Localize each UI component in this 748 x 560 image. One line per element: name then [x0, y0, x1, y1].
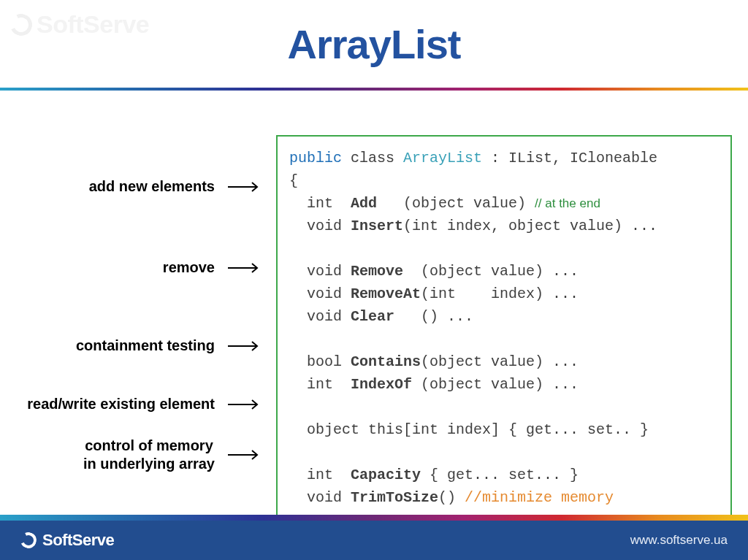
annotation-contain: containment testing — [0, 337, 263, 355]
code-text: void — [289, 263, 351, 280]
page-title: ArrayList — [0, 20, 748, 68]
annotation-remove: remove — [0, 258, 263, 277]
code-text: () ... — [394, 308, 473, 325]
code-method: RemoveAt — [351, 285, 421, 302]
code-text: : IList, ICloneable — [482, 150, 657, 166]
code-method: Insert — [351, 218, 403, 234]
code-method: Capacity — [351, 467, 421, 483]
code-method: IndexOf — [351, 376, 412, 393]
code-text: void — [289, 489, 351, 506]
annotation-memory-label: control of memory in underlying array — [83, 437, 215, 473]
code-text: (object value) ... — [412, 376, 579, 393]
footer-logo: SoftServe — [20, 531, 114, 550]
code-method: Clear — [351, 308, 394, 325]
code-comment: // at the end — [535, 196, 600, 210]
code-text: int — [289, 376, 351, 393]
code-text: (object value) ... — [403, 263, 579, 280]
code-text: class — [342, 150, 403, 166]
code-text: (int index, object value) ... — [403, 218, 657, 234]
arrow-icon — [228, 341, 263, 351]
annotation-memory-line2: in underlying array — [83, 456, 215, 472]
code-keyword: public — [289, 150, 342, 166]
code-box: public class ArrayList : IList, ICloneab… — [276, 135, 732, 560]
code-method: Contains — [351, 353, 421, 370]
code-text: int — [289, 195, 351, 212]
code-text: object this[int index] { get... set.. } — [289, 421, 649, 438]
annotation-readwrite-label: read/write existing element — [27, 395, 215, 413]
annotation-readwrite: read/write existing element — [0, 395, 263, 413]
arrow-icon — [228, 182, 263, 192]
code-typename: ArrayList — [403, 150, 482, 166]
code-text: (object value) — [377, 195, 535, 212]
footer-brand: SoftServe — [42, 531, 114, 550]
content-area: add new elements remove containment test… — [0, 120, 748, 498]
code-text: { — [289, 172, 298, 189]
footer-rainbow — [0, 515, 748, 521]
annotation-contain-label: containment testing — [76, 337, 215, 355]
logo-ring-icon — [18, 530, 39, 551]
code-text: void — [289, 218, 351, 234]
code-text: int — [289, 467, 351, 483]
code-comment: //minimize memory — [465, 489, 614, 506]
arrow-icon — [228, 263, 263, 273]
rainbow-divider — [0, 88, 748, 91]
annotation-memory: control of memory in underlying array — [0, 437, 263, 473]
annotation-add: add new elements — [0, 177, 263, 196]
code-text: bool — [289, 353, 351, 370]
footer-url: www.softserve.ua — [630, 533, 728, 548]
arrow-icon — [228, 399, 263, 410]
code-method: Remove — [351, 263, 403, 280]
code-text: void — [289, 285, 351, 302]
annotation-add-label: add new elements — [89, 177, 215, 196]
footer: SoftServe www.softserve.ua — [0, 515, 748, 560]
annotation-memory-line1: control of memory — [85, 437, 213, 453]
code-method: TrimToSize — [351, 489, 438, 506]
code-method: Add — [351, 195, 377, 212]
code-text: { get... set... } — [421, 467, 579, 483]
code-text: void — [289, 308, 351, 325]
code-text: () — [438, 489, 465, 506]
footer-bar: SoftServe www.softserve.ua — [0, 521, 748, 560]
arrow-icon — [228, 450, 263, 460]
code-text: (int index) ... — [421, 285, 579, 302]
annotation-remove-label: remove — [163, 258, 215, 277]
slide: SoftServe ArrayList add new elements rem… — [0, 0, 748, 560]
code-text: (object value) ... — [421, 353, 579, 370]
